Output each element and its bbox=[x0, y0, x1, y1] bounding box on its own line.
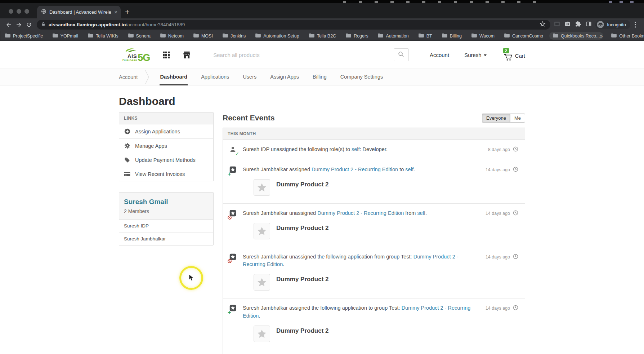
quick-link-view-recent-invoices[interactable]: View Recent Invoices bbox=[119, 167, 213, 181]
bookmark-item[interactable]: Jenkins bbox=[223, 33, 246, 39]
account-link[interactable]: Account bbox=[430, 52, 449, 58]
search-icon bbox=[398, 51, 404, 58]
app-grid-button[interactable] bbox=[163, 52, 170, 58]
bookmark-item[interactable]: Sonera bbox=[128, 33, 151, 39]
browser-toolbar: aissandbox.flamingo.appdirect.io/account… bbox=[0, 18, 644, 31]
product-search bbox=[210, 48, 409, 61]
event-timestamp: 8 days ago bbox=[478, 146, 518, 153]
menu-bar-status-icons bbox=[343, 1, 548, 3]
browser-tab-bar: Dashboard | Advanced Wireles × + bbox=[0, 3, 644, 18]
bookmark-item[interactable]: Rogers bbox=[346, 33, 368, 39]
event-text: Suresh IDP unassigned the following role… bbox=[243, 146, 471, 154]
extensions-puzzle-icon[interactable] bbox=[575, 21, 581, 28]
bookmark-item[interactable]: YOPmail bbox=[53, 33, 78, 39]
quick-link-update-payment-methods[interactable]: Update Payment Methods bbox=[119, 153, 213, 167]
window-controls[interactable] bbox=[9, 9, 29, 14]
tab-billing[interactable]: Billing bbox=[312, 69, 327, 85]
event-text: Suresh Jambhalkar unassigned the followi… bbox=[243, 253, 471, 269]
bookmark-item[interactable]: Telia B2C bbox=[309, 33, 336, 39]
bookmark-item[interactable]: Netcom bbox=[160, 33, 184, 39]
back-button[interactable] bbox=[4, 19, 14, 30]
product-card: Dummy Product 2 bbox=[254, 179, 471, 196]
tab-applications[interactable]: Applications bbox=[201, 69, 229, 85]
bookmark-star-icon[interactable] bbox=[540, 21, 546, 28]
extension-icon[interactable] bbox=[554, 21, 560, 28]
member-row[interactable]: Suresh Jambhalkar bbox=[119, 233, 213, 245]
bookmarks-overflow-button[interactable]: » bbox=[600, 33, 603, 39]
ais-business-5g-logo[interactable]: AIS Business 5G bbox=[122, 48, 150, 62]
filter-me-button[interactable]: Me bbox=[510, 114, 525, 123]
bookmark-item[interactable]: CancomCosmo bbox=[504, 33, 543, 39]
folder-icon bbox=[553, 33, 558, 39]
breadcrumb-chevron-icon bbox=[145, 69, 149, 85]
product-thumbnail-star-icon bbox=[254, 179, 270, 196]
other-bookmarks-button[interactable]: Other Bookmarks bbox=[611, 33, 644, 39]
chevron-down-icon bbox=[484, 54, 487, 56]
bookmark-item[interactable]: MOSI bbox=[193, 33, 213, 39]
browser-menu-button[interactable] bbox=[630, 19, 640, 30]
window-zoom-button[interactable] bbox=[24, 9, 29, 14]
filter-everyone-button[interactable]: Everyone bbox=[482, 114, 510, 123]
lock-icon bbox=[41, 22, 45, 27]
event-link[interactable]: Dummy Product 2 - Recurring Edition bbox=[243, 254, 459, 267]
event-link[interactable]: self bbox=[417, 210, 425, 216]
bookmark-item[interactable]: Automation Setup bbox=[255, 33, 299, 39]
event-timestamp: 14 days ago bbox=[478, 210, 518, 217]
side-panel-icon[interactable] bbox=[586, 21, 592, 28]
bookmark-item[interactable]: Automation bbox=[378, 33, 408, 39]
bookmark-item[interactable]: Billing bbox=[442, 33, 462, 39]
bookmark-item[interactable]: BT bbox=[419, 33, 432, 39]
event-link[interactable]: self bbox=[352, 146, 360, 152]
window-minimize-button[interactable] bbox=[17, 9, 21, 14]
bookmark-label: ProjectSpecific bbox=[13, 34, 43, 39]
links-panel-title: LINKS bbox=[119, 112, 213, 124]
bookmark-item[interactable]: ProjectSpecific bbox=[5, 33, 43, 39]
user-menu[interactable]: Suresh bbox=[464, 52, 487, 58]
search-button[interactable] bbox=[394, 48, 409, 61]
bookmark-label: CancomCosmo bbox=[512, 34, 543, 39]
event-row: ✓Suresh IDP unassigned the following rol… bbox=[223, 140, 525, 160]
folder-icon bbox=[128, 33, 134, 39]
cart-button[interactable]: 2 Cart bbox=[503, 49, 525, 61]
group-title-link[interactable]: Suresh Gmail bbox=[124, 198, 209, 206]
bookmark-label: Automation bbox=[386, 34, 408, 39]
product-card: Dummy Product 2 bbox=[254, 326, 471, 342]
event-row: +Suresh Jambhalkar assigned the followin… bbox=[223, 298, 525, 350]
tab-company-settings[interactable]: Company Settings bbox=[340, 69, 383, 85]
folder-icon bbox=[419, 33, 424, 39]
tab-assign-apps[interactable]: Assign Apps bbox=[270, 69, 299, 85]
window-close-button[interactable] bbox=[9, 9, 13, 14]
new-tab-button[interactable]: + bbox=[125, 8, 130, 16]
browser-tab[interactable]: Dashboard | Advanced Wireles × bbox=[37, 6, 121, 18]
quick-link-manage-apps[interactable]: Manage Apps bbox=[119, 139, 213, 153]
bookmark-item[interactable]: Wacom bbox=[471, 33, 495, 39]
search-input[interactable] bbox=[210, 49, 394, 61]
clock-icon bbox=[513, 254, 518, 260]
product-card-title: Dummy Product 2 bbox=[276, 276, 328, 291]
tab-title: Dashboard | Advanced Wireles bbox=[49, 9, 111, 15]
clock-icon bbox=[513, 146, 518, 153]
event-link[interactable]: Dummy Product 2 - Recurring Edition bbox=[312, 167, 398, 172]
bookmark-item[interactable]: Telia WIKIs bbox=[88, 33, 118, 39]
tab-close-icon[interactable]: × bbox=[114, 9, 117, 15]
product-card-title: Dummy Product 2 bbox=[276, 181, 328, 196]
event-text: Suresh Jambhalkar assigned Dummy Product… bbox=[243, 166, 471, 174]
event-timestamp: 14 days ago bbox=[478, 167, 518, 173]
bookmark-label: YOPmail bbox=[61, 34, 78, 39]
event-link[interactable]: Dummy Product 2 - Recurring Edition bbox=[317, 210, 404, 216]
bookmark-item[interactable]: Quickbooks Reco... bbox=[549, 32, 603, 40]
quick-link-assign-applications[interactable]: Assign Applications bbox=[119, 124, 213, 139]
reload-button[interactable] bbox=[24, 19, 34, 30]
camera-extension-icon[interactable] bbox=[564, 21, 571, 28]
event-body: Suresh IDP unassigned the following role… bbox=[243, 146, 478, 154]
forward-button[interactable] bbox=[14, 19, 24, 30]
event-link[interactable]: Dummy Product 2 - Recurring Edition bbox=[243, 305, 470, 319]
marketplace-button[interactable] bbox=[183, 51, 191, 59]
clock-icon bbox=[513, 167, 518, 173]
breadcrumb-account-link[interactable]: Account bbox=[119, 74, 138, 80]
tab-dashboard[interactable]: Dashboard bbox=[160, 69, 188, 85]
tab-users[interactable]: Users bbox=[242, 69, 257, 85]
event-link[interactable]: self bbox=[405, 167, 413, 172]
member-row[interactable]: Suresh IDP bbox=[119, 220, 213, 233]
address-bar[interactable]: aissandbox.flamingo.appdirect.io/account… bbox=[37, 20, 550, 30]
